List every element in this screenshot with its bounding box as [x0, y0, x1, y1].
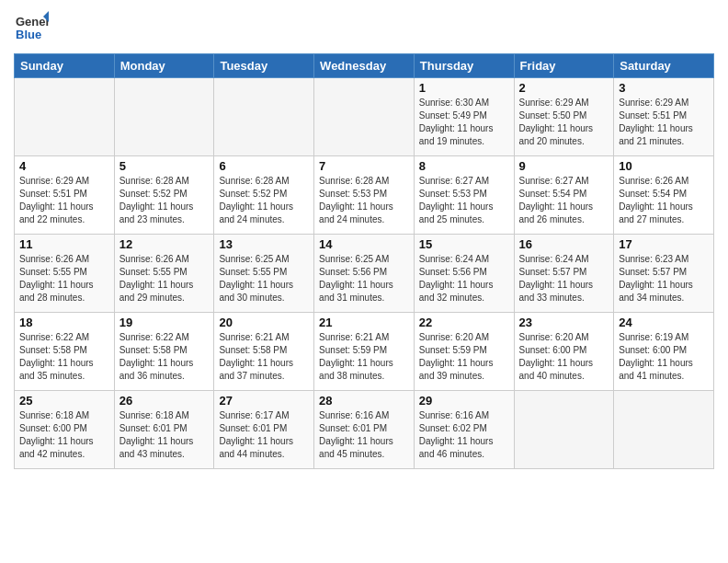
- day-number: 13: [219, 237, 309, 251]
- page: General Blue SundayMondayTuesdayWednesda…: [0, 0, 728, 563]
- day-info: Sunrise: 6:28 AM Sunset: 5:53 PM Dayligh…: [319, 175, 409, 226]
- header: General Blue: [14, 9, 714, 48]
- calendar-cell: 28Sunrise: 6:16 AM Sunset: 6:01 PM Dayli…: [314, 391, 415, 469]
- calendar-cell: 18Sunrise: 6:22 AM Sunset: 5:58 PM Dayli…: [15, 313, 115, 391]
- day-info: Sunrise: 6:26 AM Sunset: 5:55 PM Dayligh…: [119, 253, 210, 304]
- day-info: Sunrise: 6:27 AM Sunset: 5:54 PM Dayligh…: [519, 175, 609, 226]
- day-info: Sunrise: 6:24 AM Sunset: 5:56 PM Dayligh…: [419, 253, 509, 304]
- calendar-cell: 29Sunrise: 6:16 AM Sunset: 6:02 PM Dayli…: [414, 391, 514, 469]
- day-number: 2: [519, 81, 609, 95]
- day-info: Sunrise: 6:22 AM Sunset: 5:58 PM Dayligh…: [119, 331, 210, 383]
- calendar-cell: 24Sunrise: 6:19 AM Sunset: 6:00 PM Dayli…: [614, 313, 714, 391]
- day-number: 22: [419, 316, 509, 329]
- calendar-cell: 25Sunrise: 6:18 AM Sunset: 6:00 PM Dayli…: [15, 391, 115, 469]
- svg-text:Blue: Blue: [16, 28, 41, 41]
- calendar-week-2: 4Sunrise: 6:29 AM Sunset: 5:51 PM Daylig…: [15, 156, 714, 235]
- day-info: Sunrise: 6:17 AM Sunset: 6:01 PM Dayligh…: [219, 409, 309, 461]
- day-info: Sunrise: 6:29 AM Sunset: 5:51 PM Dayligh…: [619, 97, 709, 148]
- day-info: Sunrise: 6:18 AM Sunset: 6:01 PM Dayligh…: [119, 409, 210, 461]
- calendar-header-sunday: Sunday: [15, 54, 115, 78]
- calendar-cell: 19Sunrise: 6:22 AM Sunset: 5:58 PM Dayli…: [114, 313, 214, 391]
- calendar-cell: 14Sunrise: 6:25 AM Sunset: 5:56 PM Dayli…: [314, 235, 415, 313]
- day-number: 26: [119, 394, 210, 408]
- day-number: 6: [219, 159, 309, 173]
- calendar-cell: 11Sunrise: 6:26 AM Sunset: 5:55 PM Dayli…: [15, 235, 115, 313]
- day-number: 20: [219, 316, 309, 329]
- calendar-cell: 12Sunrise: 6:26 AM Sunset: 5:55 PM Dayli…: [114, 235, 214, 313]
- calendar-header-tuesday: Tuesday: [214, 54, 314, 78]
- day-info: Sunrise: 6:28 AM Sunset: 5:52 PM Dayligh…: [119, 175, 210, 226]
- day-info: Sunrise: 6:24 AM Sunset: 5:57 PM Dayligh…: [519, 253, 609, 304]
- day-info: Sunrise: 6:26 AM Sunset: 5:55 PM Dayligh…: [19, 253, 109, 304]
- calendar-cell: [114, 78, 214, 156]
- calendar-cell: 17Sunrise: 6:23 AM Sunset: 5:57 PM Dayli…: [614, 235, 714, 313]
- day-info: Sunrise: 6:28 AM Sunset: 5:52 PM Dayligh…: [219, 175, 309, 226]
- calendar-cell: 22Sunrise: 6:20 AM Sunset: 5:59 PM Dayli…: [414, 313, 514, 391]
- calendar-cell: [314, 78, 415, 156]
- calendar-cell: 1Sunrise: 6:30 AM Sunset: 5:49 PM Daylig…: [414, 78, 514, 156]
- day-info: Sunrise: 6:23 AM Sunset: 5:57 PM Dayligh…: [619, 253, 709, 304]
- day-info: Sunrise: 6:29 AM Sunset: 5:51 PM Dayligh…: [19, 175, 109, 226]
- calendar-cell: 10Sunrise: 6:26 AM Sunset: 5:54 PM Dayli…: [614, 156, 714, 235]
- day-number: 24: [619, 316, 709, 329]
- day-number: 27: [219, 394, 309, 408]
- day-number: 5: [119, 159, 210, 173]
- calendar-week-4: 18Sunrise: 6:22 AM Sunset: 5:58 PM Dayli…: [15, 313, 714, 391]
- day-info: Sunrise: 6:26 AM Sunset: 5:54 PM Dayligh…: [619, 175, 709, 226]
- calendar-cell: [15, 78, 115, 156]
- day-number: 21: [319, 316, 409, 329]
- calendar-header-friday: Friday: [514, 54, 614, 78]
- day-number: 18: [19, 316, 109, 329]
- calendar-cell: 9Sunrise: 6:27 AM Sunset: 5:54 PM Daylig…: [514, 156, 614, 235]
- day-info: Sunrise: 6:16 AM Sunset: 6:01 PM Dayligh…: [319, 409, 409, 461]
- day-number: 17: [619, 237, 709, 251]
- day-number: 28: [319, 394, 409, 408]
- calendar-cell: 6Sunrise: 6:28 AM Sunset: 5:52 PM Daylig…: [214, 156, 314, 235]
- day-info: Sunrise: 6:29 AM Sunset: 5:50 PM Dayligh…: [519, 97, 609, 148]
- day-number: 9: [519, 159, 609, 173]
- logo-icon: General Blue: [14, 9, 49, 44]
- calendar-cell: 26Sunrise: 6:18 AM Sunset: 6:01 PM Dayli…: [114, 391, 214, 469]
- day-number: 23: [519, 316, 609, 329]
- calendar-cell: 3Sunrise: 6:29 AM Sunset: 5:51 PM Daylig…: [614, 78, 714, 156]
- day-info: Sunrise: 6:25 AM Sunset: 5:56 PM Dayligh…: [319, 253, 409, 304]
- calendar-cell: 7Sunrise: 6:28 AM Sunset: 5:53 PM Daylig…: [314, 156, 415, 235]
- calendar-cell: 15Sunrise: 6:24 AM Sunset: 5:56 PM Dayli…: [414, 235, 514, 313]
- calendar-header-saturday: Saturday: [614, 54, 714, 78]
- day-info: Sunrise: 6:21 AM Sunset: 5:58 PM Dayligh…: [219, 331, 309, 383]
- day-info: Sunrise: 6:18 AM Sunset: 6:00 PM Dayligh…: [19, 409, 109, 461]
- day-info: Sunrise: 6:20 AM Sunset: 6:00 PM Dayligh…: [519, 331, 609, 383]
- calendar-header-wednesday: Wednesday: [314, 54, 415, 78]
- calendar-cell: 5Sunrise: 6:28 AM Sunset: 5:52 PM Daylig…: [114, 156, 214, 235]
- calendar-cell: [214, 78, 314, 156]
- day-info: Sunrise: 6:25 AM Sunset: 5:55 PM Dayligh…: [219, 253, 309, 304]
- calendar-cell: 13Sunrise: 6:25 AM Sunset: 5:55 PM Dayli…: [214, 235, 314, 313]
- day-info: Sunrise: 6:27 AM Sunset: 5:53 PM Dayligh…: [419, 175, 509, 226]
- day-info: Sunrise: 6:19 AM Sunset: 6:00 PM Dayligh…: [619, 331, 709, 383]
- calendar-cell: [514, 391, 614, 469]
- calendar-cell: 21Sunrise: 6:21 AM Sunset: 5:59 PM Dayli…: [314, 313, 415, 391]
- calendar-header-thursday: Thursday: [414, 54, 514, 78]
- day-info: Sunrise: 6:16 AM Sunset: 6:02 PM Dayligh…: [419, 409, 509, 461]
- day-number: 19: [119, 316, 210, 329]
- day-number: 16: [519, 237, 609, 251]
- logo: General Blue: [14, 9, 49, 48]
- calendar-cell: [614, 391, 714, 469]
- day-info: Sunrise: 6:21 AM Sunset: 5:59 PM Dayligh…: [319, 331, 409, 383]
- day-number: 15: [419, 237, 509, 251]
- calendar-cell: 27Sunrise: 6:17 AM Sunset: 6:01 PM Dayli…: [214, 391, 314, 469]
- calendar-header-row: SundayMondayTuesdayWednesdayThursdayFrid…: [15, 54, 714, 78]
- day-number: 7: [319, 159, 409, 173]
- calendar-cell: 16Sunrise: 6:24 AM Sunset: 5:57 PM Dayli…: [514, 235, 614, 313]
- day-number: 11: [19, 237, 109, 251]
- day-info: Sunrise: 6:22 AM Sunset: 5:58 PM Dayligh…: [19, 331, 109, 383]
- calendar-week-3: 11Sunrise: 6:26 AM Sunset: 5:55 PM Dayli…: [15, 235, 714, 313]
- day-number: 10: [619, 159, 709, 173]
- calendar-cell: 4Sunrise: 6:29 AM Sunset: 5:51 PM Daylig…: [15, 156, 115, 235]
- calendar-cell: 2Sunrise: 6:29 AM Sunset: 5:50 PM Daylig…: [514, 78, 614, 156]
- calendar-table: SundayMondayTuesdayWednesdayThursdayFrid…: [14, 53, 714, 469]
- calendar-header-monday: Monday: [114, 54, 214, 78]
- day-number: 12: [119, 237, 210, 251]
- day-number: 8: [419, 159, 509, 173]
- day-number: 29: [419, 394, 509, 408]
